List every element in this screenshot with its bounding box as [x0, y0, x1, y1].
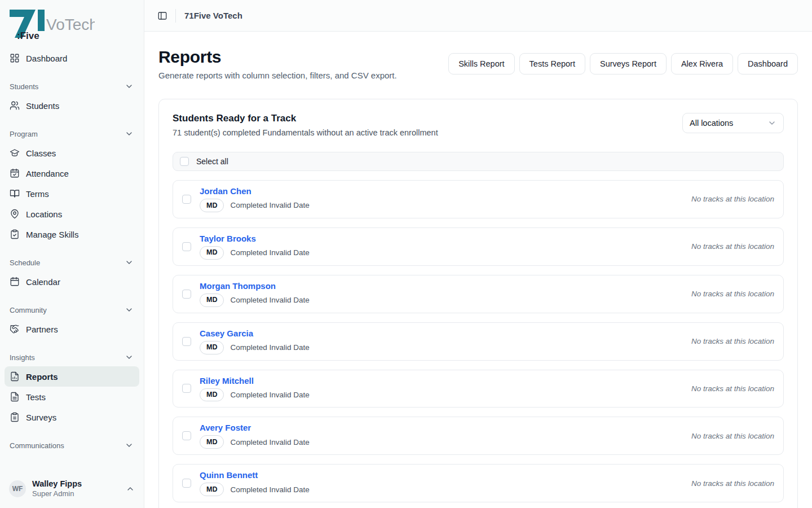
students-ready-panel: Students Ready for a Track 71 student(s)…: [158, 99, 798, 508]
student-meta: MD Completed Invalid Date: [200, 341, 310, 354]
dashboard-button[interactable]: Dashboard: [738, 53, 798, 75]
student-meta: MD Completed Invalid Date: [200, 483, 310, 496]
page-header-text: Reports Generate reports with column sel…: [158, 47, 397, 80]
section-label: Community: [10, 306, 47, 314]
student-meta: MD Completed Invalid Date: [200, 199, 310, 212]
sidebar-item-label: Attendance: [26, 169, 69, 178]
sidebar-section-insights[interactable]: Insights: [5, 339, 139, 366]
row-checkbox[interactable]: [182, 337, 191, 346]
sidebar-item-manage-skills[interactable]: Manage Skills: [5, 224, 139, 244]
completion-status: Completed Invalid Date: [230, 343, 309, 352]
tests-report-button[interactable]: Tests Report: [519, 53, 585, 75]
chevron-down-icon: [125, 305, 134, 314]
student-row: Casey Garcia MD Completed Invalid Date N…: [173, 322, 784, 361]
no-tracks-note: No tracks at this location: [691, 479, 774, 488]
row-checkbox[interactable]: [182, 195, 191, 204]
clipboard-check-icon: [10, 229, 20, 239]
sidebar-item-students[interactable]: Students: [5, 95, 139, 116]
section-label: Communications: [10, 441, 64, 450]
app-root: :Five VoTech Dashboard Students Students: [0, 0, 812, 508]
sidebar-item-reports[interactable]: Reports: [5, 366, 139, 387]
panel-subtitle: 71 student(s) completed Fundamentals wit…: [173, 128, 438, 137]
section-label: Program: [10, 130, 38, 138]
calendar-icon: [10, 277, 20, 287]
handshake-icon: [10, 324, 20, 334]
student-name-link[interactable]: Quinn Bennett: [200, 470, 310, 480]
completion-status: Completed Invalid Date: [230, 438, 309, 446]
chevron-down-icon: [767, 119, 776, 128]
student-name-link[interactable]: Jordan Chen: [200, 186, 310, 196]
student-row: Quinn Bennett MD Completed Invalid Date …: [173, 464, 784, 502]
row-checkbox[interactable]: [182, 384, 191, 393]
panel-left-icon: [157, 11, 167, 21]
brand-logo-graphic: :Five VoTech: [9, 8, 95, 40]
book-open-icon: [10, 189, 20, 199]
page-content: Reports Generate reports with column sel…: [144, 32, 812, 508]
logo: :Five VoTech: [0, 0, 144, 48]
sidebar-section-schedule[interactable]: Schedule: [5, 244, 139, 271]
location-filter-select[interactable]: All locations: [682, 113, 784, 133]
skills-report-button[interactable]: Skills Report: [448, 53, 514, 75]
sidebar-item-label: Tests: [26, 392, 46, 402]
sidebar-item-label: Dashboard: [26, 54, 67, 63]
student-info: Taylor Brooks MD Completed Invalid Date: [200, 234, 310, 260]
student-meta: MD Completed Invalid Date: [200, 388, 310, 402]
sidebar-item-terms[interactable]: Terms: [5, 183, 139, 204]
location-badge: MD: [200, 388, 224, 402]
sidebar-item-classes[interactable]: Classes: [5, 143, 139, 163]
student-info: Jordan Chen MD Completed Invalid Date: [200, 186, 310, 212]
section-label: Schedule: [10, 259, 40, 267]
sidebar-item-label: Reports: [26, 372, 58, 382]
surveys-report-button[interactable]: Surveys Report: [590, 53, 667, 75]
avatar: WF: [9, 480, 26, 497]
completion-status: Completed Invalid Date: [230, 201, 309, 209]
sidebar-item-locations[interactable]: Locations: [5, 204, 139, 224]
student-row: Avery Foster MD Completed Invalid Date N…: [173, 417, 784, 455]
brand-product-text: VoTech: [46, 16, 95, 33]
user-menu[interactable]: WF Walley Fipps Super Admin: [0, 472, 144, 508]
student-info: Riley Mitchell MD Completed Invalid Date: [200, 376, 310, 402]
row-checkbox[interactable]: [182, 479, 191, 488]
alex-rivera-button[interactable]: Alex Rivera: [671, 53, 733, 75]
row-checkbox[interactable]: [182, 242, 191, 251]
sidebar-item-attendance[interactable]: Attendance: [5, 163, 139, 183]
student-name-link[interactable]: Casey Garcia: [200, 329, 310, 338]
student-meta: MD Completed Invalid Date: [200, 294, 310, 307]
sidebar-section-program[interactable]: Program: [5, 116, 139, 143]
student-row: Riley Mitchell MD Completed Invalid Date…: [173, 370, 784, 408]
student-meta: MD Completed Invalid Date: [200, 435, 310, 449]
row-checkbox[interactable]: [182, 290, 191, 299]
sidebar-section-community[interactable]: Community: [5, 292, 139, 319]
student-info: Quinn Bennett MD Completed Invalid Date: [200, 470, 310, 496]
file-chart-icon: [10, 371, 20, 382]
completion-status: Completed Invalid Date: [230, 248, 309, 257]
completion-status: Completed Invalid Date: [230, 485, 309, 494]
section-label: Insights: [10, 353, 35, 362]
location-badge: MD: [200, 294, 224, 307]
sidebar-nav: Dashboard Students Students Program: [0, 48, 144, 454]
sidebar-item-surveys[interactable]: Surveys: [5, 407, 139, 427]
sidebar-item-partners[interactable]: Partners: [5, 319, 139, 339]
page-title: Reports: [158, 47, 397, 67]
sidebar-item-label: Calendar: [26, 277, 60, 287]
row-checkbox[interactable]: [182, 431, 191, 440]
select-all-checkbox[interactable]: [180, 157, 189, 166]
sidebar-item-label: Partners: [26, 325, 58, 334]
student-name-link[interactable]: Avery Foster: [200, 423, 310, 432]
sidebar-item-dashboard[interactable]: Dashboard: [5, 48, 139, 68]
sidebar-toggle-button[interactable]: [153, 7, 171, 25]
page-header: Reports Generate reports with column sel…: [158, 47, 798, 80]
sidebar-section-students[interactable]: Students: [5, 68, 139, 95]
brand-five-text: :Five: [17, 30, 39, 40]
sidebar-item-tests[interactable]: Tests: [5, 387, 139, 407]
chevron-down-icon: [125, 129, 134, 138]
student-name-link[interactable]: Taylor Brooks: [200, 234, 310, 243]
student-name-link[interactable]: Morgan Thompson: [200, 281, 310, 291]
panel-header: Students Ready for a Track 71 student(s)…: [173, 113, 784, 137]
sidebar-item-calendar[interactable]: Calendar: [5, 271, 139, 292]
no-tracks-note: No tracks at this location: [691, 242, 774, 251]
location-badge: MD: [200, 483, 224, 496]
sidebar-section-communications[interactable]: Communications: [5, 427, 139, 454]
student-row: Jordan Chen MD Completed Invalid Date No…: [173, 180, 784, 218]
student-name-link[interactable]: Riley Mitchell: [200, 376, 310, 386]
